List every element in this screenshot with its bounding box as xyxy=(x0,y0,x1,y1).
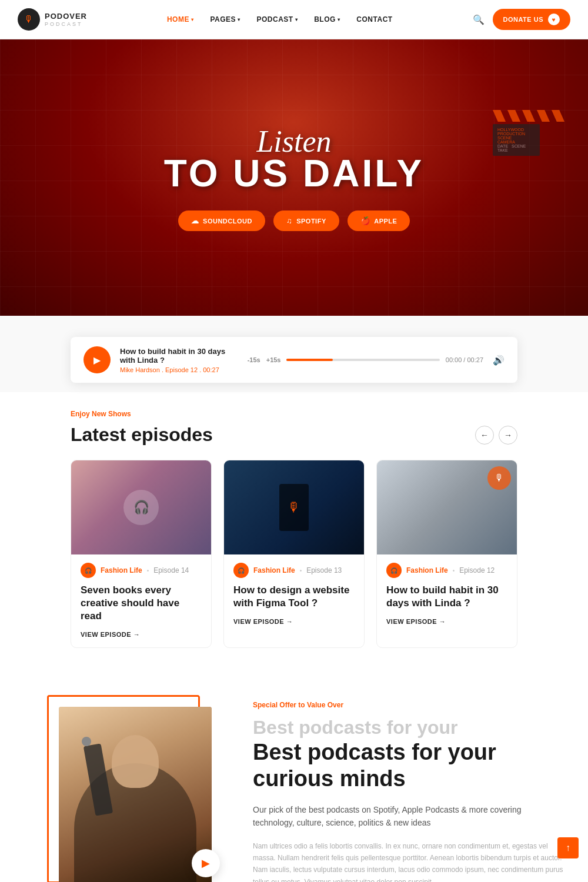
episode-thumbnail: 🎙 xyxy=(224,460,364,554)
nav-contact[interactable]: CONTACT xyxy=(356,15,392,24)
progress-bar[interactable] xyxy=(286,359,439,361)
forward-button[interactable]: +15s xyxy=(266,356,281,363)
rewind-button[interactable]: -15s xyxy=(248,356,260,363)
promo-photo xyxy=(59,707,212,882)
episode-card: 🎙 🎧 Fashion Life • Episode 12 How to bui… xyxy=(376,460,517,648)
episode-number: Episode 13 xyxy=(306,566,342,574)
view-episode-link[interactable]: VIEW EPISODE → xyxy=(386,618,507,625)
time-display: 00:00 / 00:27 xyxy=(446,356,483,363)
episode-category: Fashion Life xyxy=(101,566,142,574)
apple-icon: 🍎 xyxy=(360,216,370,225)
promo-image: ▶ xyxy=(47,695,212,882)
play-button[interactable]: ▶ xyxy=(83,346,111,373)
player-controls: -15s +15s 00:00 / 00:27 xyxy=(248,356,483,363)
episode-title: How to design a website with Figma Tool … xyxy=(233,584,355,610)
episodes-label: Enjoy New Shows xyxy=(71,410,517,418)
section-header: Latest episodes ← → xyxy=(71,424,517,446)
navbar: 🎙 PODOVER PODCAST HOME ▾ PAGES ▾ PODCAST… xyxy=(0,0,588,39)
category-icon: 🎧 xyxy=(81,563,96,578)
heart-icon: ♥ xyxy=(548,14,560,25)
spotify-icon: ♫ xyxy=(286,216,292,225)
chevron-down-icon: ▾ xyxy=(191,17,194,22)
episode-title: How to build habit in 30 days with Linda… xyxy=(386,584,507,610)
carousel-arrows: ← → xyxy=(475,426,517,445)
episode-card: 🎙 🎧 Fashion Life • Episode 13 How to des… xyxy=(223,460,365,648)
promo-play-button[interactable]: ▶ xyxy=(192,849,220,877)
logo-icon: 🎙 xyxy=(18,8,40,31)
nav-pages[interactable]: PAGES ▾ xyxy=(210,15,240,24)
promo-image-container: ▶ xyxy=(0,677,247,882)
nav-links: HOME ▾ PAGES ▾ PODCAST ▾ BLOG ▾ CONTACT xyxy=(167,15,393,24)
progress-fill xyxy=(286,359,332,361)
scroll-top-button[interactable]: ↑ xyxy=(557,837,579,858)
episodes-grid: 🎧 🎧 Fashion Life • Episode 14 Seven book… xyxy=(71,460,517,648)
audio-player: ▶ How to build habit in 30 days with Lin… xyxy=(71,337,517,383)
episode-category: Fashion Life xyxy=(253,566,295,574)
promo-content: Special Offer to Value Over Best podcast… xyxy=(247,677,588,882)
clapper-decoration: HOLLYWOODPRODUCTIONSCENECAMERADATE SCENE… xyxy=(493,110,564,156)
logo[interactable]: 🎙 PODOVER PODCAST xyxy=(18,8,87,31)
episode-body: 🎧 Fashion Life • Episode 14 Seven books … xyxy=(71,554,211,647)
nav-blog[interactable]: BLOG ▾ xyxy=(314,15,340,24)
episode-body: 🎧 Fashion Life • Episode 12 How to build… xyxy=(377,554,517,634)
hero-buttons: ☁ SOUNDCLOUD ♫ SPOTIFY 🍎 APPLE xyxy=(164,211,424,231)
search-icon[interactable]: 🔍 xyxy=(473,14,485,25)
chevron-down-icon: ▾ xyxy=(295,17,298,22)
episodes-section: Enjoy New Shows Latest episodes ← → 🎧 🎧 … xyxy=(0,392,588,660)
episode-number: Episode 12 xyxy=(459,566,495,574)
promo-section: ▶ Special Offer to Value Over Best podca… xyxy=(0,677,588,882)
category-icon: 🎧 xyxy=(233,563,249,578)
episode-meta: 🎧 Fashion Life • Episode 12 xyxy=(386,563,507,578)
prev-arrow[interactable]: ← xyxy=(475,426,494,445)
player-info: How to build habit in 30 days with Linda… xyxy=(120,347,238,373)
promo-body-text: Nam ultrices odio a felis lobortis conva… xyxy=(253,840,564,882)
promo-description: Our pick of the best podcasts on Spotify… xyxy=(253,803,564,830)
player-meta: Mike Hardson . Episode 12 . 00:27 xyxy=(120,366,238,373)
hero-tagline: TO US DAILY xyxy=(164,153,424,194)
hero-content: Listen TO US DAILY ☁ SOUNDCLOUD ♫ SPOTIF… xyxy=(164,124,424,231)
promo-subtitle: Best podcasts for your xyxy=(253,716,564,739)
spotify-button[interactable]: ♫ SPOTIFY xyxy=(273,211,339,231)
episode-meta: 🎧 Fashion Life • Episode 13 xyxy=(233,563,355,578)
promo-label: Special Offer to Value Over xyxy=(253,701,564,709)
soundcloud-button[interactable]: ☁ SOUNDCLOUD xyxy=(178,211,265,231)
episode-meta: 🎧 Fashion Life • Episode 14 xyxy=(81,563,202,578)
chevron-down-icon: ▾ xyxy=(338,17,340,22)
logo-text: PODOVER PODCAST xyxy=(45,12,87,27)
episode-thumbnail: 🎙 xyxy=(377,460,517,554)
section-title: Latest episodes xyxy=(71,424,213,446)
episode-card: 🎧 🎧 Fashion Life • Episode 14 Seven book… xyxy=(71,460,212,648)
chevron-down-icon: ▾ xyxy=(238,17,240,22)
volume-icon[interactable]: 🔊 xyxy=(493,355,505,366)
episode-number: Episode 14 xyxy=(153,566,189,574)
episode-body: 🎧 Fashion Life • Episode 13 How to desig… xyxy=(224,554,364,634)
view-episode-link[interactable]: VIEW EPISODE → xyxy=(233,618,355,625)
donate-button[interactable]: DONATE US ♥ xyxy=(493,9,570,30)
view-episode-link[interactable]: VIEW EPISODE → xyxy=(81,631,202,638)
episode-title: Seven books every creative should have r… xyxy=(81,584,202,623)
apple-button[interactable]: 🍎 APPLE xyxy=(348,211,410,231)
next-arrow[interactable]: → xyxy=(499,426,517,445)
nav-right: 🔍 DONATE US ♥ xyxy=(473,9,570,30)
nav-podcast[interactable]: PODCAST ▾ xyxy=(257,15,298,24)
nav-home[interactable]: HOME ▾ xyxy=(167,15,194,24)
player-title: How to build habit in 30 days with Linda… xyxy=(120,347,238,365)
promo-title: Best podcasts for your curious minds xyxy=(253,739,564,793)
category-icon: 🎧 xyxy=(386,563,402,578)
soundcloud-icon: ☁ xyxy=(191,216,199,225)
episode-thumbnail: 🎧 xyxy=(71,460,211,554)
hero-section: HOLLYWOODPRODUCTIONSCENECAMERADATE SCENE… xyxy=(0,39,588,316)
episode-category: Fashion Life xyxy=(406,566,448,574)
